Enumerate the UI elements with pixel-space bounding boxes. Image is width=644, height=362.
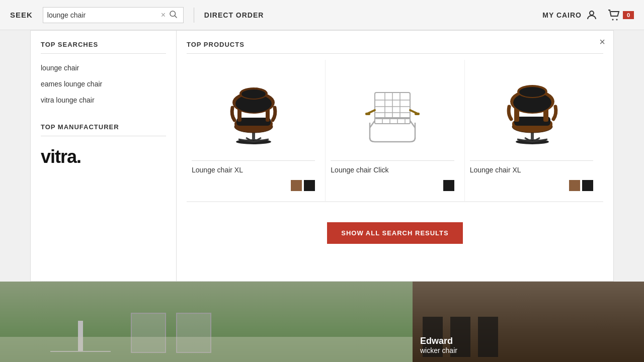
- manufacturer-section: TOP MANUFACTURER vitra.: [41, 123, 166, 167]
- svg-point-4: [616, 19, 618, 20]
- bg-product-subtitle: wicker chair: [420, 346, 457, 354]
- bg-product-title: Edward: [420, 336, 457, 346]
- suggestion-lounge-chair[interactable]: lounge chair: [41, 60, 166, 76]
- swatch-tan[interactable]: [291, 180, 302, 191]
- top-manufacturer-title: TOP MANUFACTURER: [41, 123, 166, 136]
- product-name-3: Lounge chair XL: [470, 160, 593, 174]
- show-results-container: SHOW ALL SEARCH RESULTS: [187, 202, 603, 264]
- seek-logo: SEEK: [10, 11, 33, 19]
- product-image-3: [470, 65, 593, 155]
- swatch-black-3[interactable]: [582, 180, 593, 191]
- header-right: MY CAIRO 0: [542, 9, 634, 21]
- svg-rect-39: [415, 113, 420, 115]
- svg-rect-38: [365, 113, 370, 115]
- suggestion-eames-lounge-chair[interactable]: eames lounge chair: [41, 76, 166, 92]
- user-icon: [586, 9, 598, 21]
- cart-icon: [608, 10, 621, 21]
- chair-image-3: [496, 72, 567, 148]
- svg-line-22: [370, 121, 375, 128]
- product-image-1: [192, 65, 315, 155]
- product-card-3[interactable]: Lounge chair XL: [465, 60, 603, 202]
- bg-right-text: Edward wicker chair: [420, 336, 457, 354]
- svg-point-2: [590, 11, 594, 15]
- top-searches-title: TOP SEARCHES: [41, 41, 166, 54]
- product-name-2: Lounge chair Click: [331, 160, 454, 174]
- cart-count: 0: [623, 11, 634, 19]
- header: SEEK × DIRECT ORDER MY CAIRO 0: [0, 0, 644, 30]
- product-name-1: Lounge chair XL: [192, 160, 315, 174]
- vitra-logo[interactable]: vitra.: [41, 146, 166, 167]
- bg-right-image: Edward wicker chair: [413, 282, 644, 362]
- clear-icon[interactable]: ×: [161, 11, 166, 19]
- chair-image-1: [218, 72, 289, 148]
- bg-left-image: [0, 282, 413, 362]
- page-background: Edward wicker chair: [0, 282, 644, 362]
- search-input[interactable]: [47, 11, 158, 19]
- swatch-black[interactable]: [304, 180, 315, 191]
- svg-point-19: [242, 89, 266, 99]
- search-icon[interactable]: [169, 10, 178, 21]
- product-card-1[interactable]: Lounge chair XL: [187, 60, 326, 202]
- svg-point-0: [170, 11, 176, 17]
- left-panel: TOP SEARCHES lounge chair eames lounge c…: [31, 31, 177, 281]
- search-box: ×: [43, 7, 184, 23]
- chair-image-2: [357, 72, 428, 148]
- swatch-black-2[interactable]: [443, 180, 454, 191]
- product-card-2[interactable]: Lounge chair Click: [326, 60, 464, 202]
- color-swatches-2: [331, 180, 454, 191]
- product-image-2: [331, 65, 454, 155]
- color-swatches-1: [192, 180, 315, 191]
- svg-rect-13: [236, 118, 271, 126]
- color-swatches-3: [470, 180, 593, 191]
- direct-order-link[interactable]: DIRECT ORDER: [204, 11, 264, 19]
- svg-line-1: [175, 16, 177, 18]
- right-panel: TOP PRODUCTS: [177, 31, 613, 281]
- cart-button[interactable]: 0: [608, 10, 634, 21]
- svg-point-54: [519, 87, 545, 97]
- svg-point-3: [612, 19, 614, 20]
- top-products-title: TOP PRODUCTS: [187, 41, 603, 54]
- search-suggestions: lounge chair eames lounge chair vitra lo…: [41, 60, 166, 108]
- header-divider: [194, 8, 194, 23]
- suggestion-vitra-lounge-chair[interactable]: vitra lounge chair: [41, 92, 166, 108]
- swatch-tan-3[interactable]: [569, 180, 580, 191]
- my-cairo-button[interactable]: MY CAIRO: [542, 9, 598, 21]
- products-grid: Lounge chair XL: [187, 60, 603, 202]
- svg-line-23: [410, 121, 415, 128]
- show-all-results-button[interactable]: SHOW ALL SEARCH RESULTS: [327, 222, 462, 244]
- search-dropdown: × TOP SEARCHES lounge chair eames lounge…: [30, 30, 614, 282]
